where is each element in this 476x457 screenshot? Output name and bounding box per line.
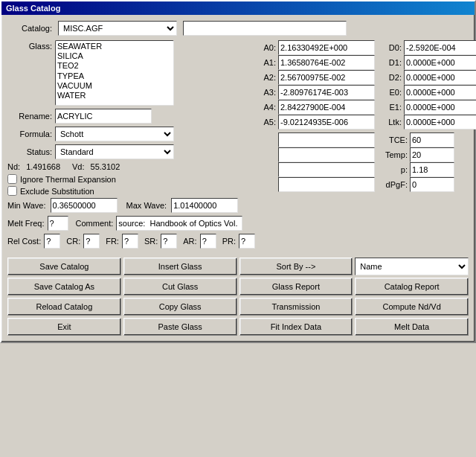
catalog-label: Catalog: <box>7 24 52 33</box>
coeff-a2-row: A2: <box>260 70 375 85</box>
nd-value: 1.491668 <box>26 162 60 171</box>
sort-by-button[interactable]: Sort By --> <box>239 258 353 275</box>
dpgf-row: dPgF: <box>379 177 476 192</box>
max-wave-label: Max Wave: <box>126 201 167 210</box>
temp-row: Temp: <box>379 147 476 162</box>
exit-button[interactable]: Exit <box>7 318 121 336</box>
coeff-a4-input[interactable] <box>278 100 375 115</box>
coeff-d0-input[interactable] <box>404 40 476 55</box>
coeff-ltk-input[interactable] <box>404 115 476 130</box>
cr-input[interactable] <box>83 234 100 249</box>
coeff-blank3-input[interactable] <box>278 162 375 177</box>
min-wave-label: Min Wave: <box>7 201 46 210</box>
coeff-blank1-input[interactable] <box>278 132 375 147</box>
coeff-e0-input[interactable] <box>404 85 476 100</box>
coeff-ltk-label: Ltk: <box>379 118 402 127</box>
exclude-sub-checkbox[interactable] <box>7 186 17 196</box>
comment-label: Comment: <box>76 219 114 228</box>
coeff-a2-input[interactable] <box>278 70 375 85</box>
temp-input[interactable] <box>410 147 454 162</box>
catalog-select[interactable]: MISC.AGF <box>58 21 177 36</box>
comment-input[interactable] <box>116 216 242 231</box>
cost-row: Rel Cost: CR: FR: SR: AR: PR: <box>7 234 255 249</box>
coeff-d1-row: D1: <box>379 55 476 70</box>
formula-select[interactable]: Schott Sellmeier Herzberger <box>55 127 174 141</box>
coeff-d2-row: D2: <box>379 70 476 85</box>
tce-row: TCE: <box>379 132 476 147</box>
p-input[interactable] <box>410 162 454 177</box>
save-catalog-as-button[interactable]: Save Catalog As <box>7 278 121 295</box>
ignore-thermal-label: Ignore Thermal Expansion <box>20 175 116 184</box>
sr-input[interactable] <box>161 234 177 249</box>
coeff-a0-input[interactable] <box>278 40 375 55</box>
catalog-row: Catalog: MISC.AGF <box>7 21 469 36</box>
glass-listbox[interactable]: SEAWATER SILICA TEO2 TYPEA VACUUM WATER <box>55 40 174 106</box>
status-label: Status: <box>7 147 52 156</box>
pr-input[interactable] <box>239 234 255 249</box>
reload-catalog-button[interactable]: Reload Catalog <box>7 298 121 316</box>
coeff-a4-label: A4: <box>260 103 276 112</box>
ar-input[interactable] <box>200 234 216 249</box>
coeff-blank3 <box>260 162 375 177</box>
glass-label: Glass: <box>7 42 52 51</box>
copy-glass-button[interactable]: Copy Glass <box>123 298 237 316</box>
glass-row: Glass: SEAWATER SILICA TEO2 TYPEA VACUUM… <box>7 40 255 106</box>
coeff-a1-input[interactable] <box>278 55 375 70</box>
rel-cost-label: Rel Cost: <box>7 237 41 246</box>
melt-data-button[interactable]: Melt Data <box>355 318 469 336</box>
coeff-e1-input[interactable] <box>404 100 476 115</box>
paste-glass-button[interactable]: Paste Glass <box>123 318 237 336</box>
catalog-report-button[interactable]: Catalog Report <box>355 278 469 295</box>
glass-item-water[interactable]: WATER <box>57 91 172 100</box>
formula-label: Formula: <box>7 130 52 138</box>
coeff-a4-row: A4: <box>260 100 375 115</box>
fr-label: FR: <box>106 237 119 246</box>
coeff-a5-row: A5: <box>260 115 375 130</box>
fr-input[interactable] <box>122 234 138 249</box>
rename-row: Rename: <box>7 109 255 124</box>
glass-item-silica[interactable]: SILICA <box>57 51 172 61</box>
rename-input[interactable] <box>55 109 152 124</box>
coeff-a3-label: A3: <box>260 88 276 97</box>
coeff-a5-input[interactable] <box>278 115 375 130</box>
formula-row: Formula: Schott Sellmeier Herzberger <box>7 127 255 141</box>
coeff-blank4-input[interactable] <box>278 177 375 192</box>
coeff-ltk-row: Ltk: <box>379 115 476 130</box>
p-label: p: <box>379 165 408 174</box>
insert-glass-button[interactable]: Insert Glass <box>123 258 237 275</box>
glass-item-seawater[interactable]: SEAWATER <box>57 42 172 51</box>
transmission-button[interactable]: Transmission <box>239 298 353 316</box>
coeff-e1-row: E1: <box>379 100 476 115</box>
glass-item-typea[interactable]: TYPEA <box>57 71 172 81</box>
ignore-thermal-checkbox[interactable] <box>7 174 17 184</box>
wave-row: Min Wave: Max Wave: <box>7 198 255 213</box>
coeff-d2-input[interactable] <box>404 70 476 85</box>
coeff-a3-input[interactable] <box>278 85 375 100</box>
glass-item-vacuum[interactable]: VACUUM <box>57 81 172 91</box>
coeff-e0-row: E0: <box>379 85 476 100</box>
status-select[interactable]: Standard Preferred Obsolete <box>55 144 174 159</box>
coeff-blank2 <box>260 147 375 162</box>
coeff-e1-label: E1: <box>379 103 402 112</box>
min-wave-input[interactable] <box>51 198 118 213</box>
melt-freq-input[interactable] <box>48 216 68 231</box>
sort-by-select[interactable]: Name Nd Vd <box>355 258 469 275</box>
coeff-d1-input[interactable] <box>404 55 476 70</box>
dpgf-input[interactable] <box>410 177 454 192</box>
max-wave-input[interactable] <box>171 198 238 213</box>
save-catalog-button[interactable]: Save Catalog <box>7 258 121 275</box>
fit-index-data-button[interactable]: Fit Index Data <box>239 318 353 336</box>
rel-cost-input[interactable] <box>44 234 60 249</box>
exclude-sub-row: Exclude Substitution <box>7 186 255 196</box>
coeff-a0-label: A0: <box>260 43 276 52</box>
coeff-blank2-input[interactable] <box>278 147 375 162</box>
compute-nd-vd-button[interactable]: Compute Nd/Vd <box>355 298 469 316</box>
coeff-a2-label: A2: <box>260 73 276 82</box>
glass-item-teo2[interactable]: TEO2 <box>57 61 172 71</box>
right-coeffs-panel: D0: D1: D2: E0: <box>379 40 476 253</box>
catalog-extra-input[interactable] <box>183 21 347 36</box>
status-row: Status: Standard Preferred Obsolete <box>7 144 255 159</box>
cut-glass-button[interactable]: Cut Glass <box>123 278 237 295</box>
glass-report-button[interactable]: Glass Report <box>239 278 353 295</box>
tce-input[interactable] <box>410 132 454 147</box>
